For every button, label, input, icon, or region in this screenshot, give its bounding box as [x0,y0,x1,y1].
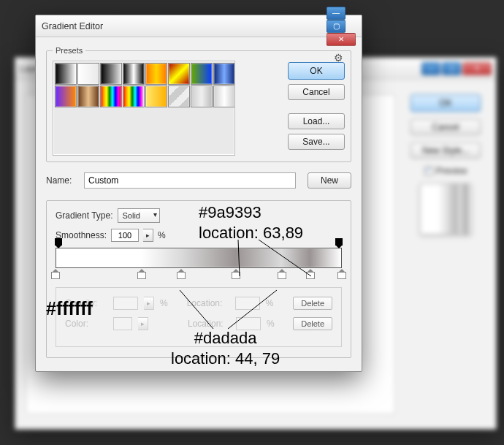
preview-label: Preview [436,166,467,176]
preset-swatch[interactable] [100,63,122,85]
preset-swatch[interactable] [55,63,77,85]
gradient-strip[interactable] [56,248,342,268]
color-stop[interactable] [137,269,147,279]
preset-swatch[interactable] [145,63,167,85]
color-stop[interactable] [50,269,61,279]
preset-swatch[interactable] [77,63,99,85]
gear-icon[interactable]: ⚙ [334,52,343,64]
percent-label: % [267,319,275,329]
dialog-title: Gradient Editor [42,21,327,31]
opacity-label: Opacity: [65,298,107,308]
color-stop[interactable] [231,269,241,279]
preset-swatch[interactable] [168,63,190,85]
close-icon[interactable]: ✕ [462,62,492,75]
back-window-buttons: — ▢ ✕ [421,62,492,75]
smoothness-input[interactable] [111,229,139,242]
close-icon[interactable]: ✕ [327,33,356,46]
ok-button[interactable]: OK [288,62,345,80]
color-label: Color: [65,319,107,329]
back-preview-swatch [420,183,471,235]
color-location-input [236,317,261,330]
opacity-input [113,297,138,310]
window-buttons: — ▢ ✕ [327,7,356,46]
presets-legend: Presets [53,46,85,55]
preset-swatch[interactable] [77,85,99,107]
location-label: Location: [187,298,229,308]
preset-swatch[interactable] [100,85,122,107]
maximize-icon[interactable]: ▢ [442,62,461,75]
back-side-panel: OK Cancel New Style... Preview [405,94,486,414]
opacity-location-input [235,297,260,310]
name-row: Name: New [46,172,351,189]
type-label: Gradient Type: [56,210,113,221]
titlebar[interactable]: Gradient Editor — ▢ ✕ [36,15,362,37]
gradient-field: Gradient Type: Solid Smoothness: ▸ % Opa… [46,200,351,358]
color-stop[interactable] [337,269,347,279]
location-label: Location: [188,319,230,329]
cancel-button[interactable]: Cancel [288,84,345,100]
new-button[interactable]: New [308,172,351,189]
preset-swatch[interactable] [123,63,145,85]
load-button[interactable]: Load... [288,113,345,129]
preset-swatch[interactable] [55,85,77,107]
name-label: Name: [46,175,78,186]
color-stop[interactable] [176,269,186,279]
preset-panel[interactable] [53,61,235,156]
delete-opacity-button[interactable]: Delete [293,297,332,310]
opacity-stepper: ▸ [144,297,154,310]
type-select[interactable]: Solid [118,208,160,223]
opacity-stop[interactable] [335,238,343,247]
minimize-icon[interactable]: — [327,7,345,20]
stops-group: Opacity: ▸ % Location: % Delete Color: ▸… [56,287,342,347]
gradient-strip-wrap [56,248,342,268]
preset-swatch[interactable] [145,85,167,107]
smoothness-stepper[interactable]: ▸ [143,229,153,242]
minimize-icon[interactable]: — [421,62,440,75]
presets-group: Presets ⚙ OK Cancel Load... Save... [46,46,351,162]
maximize-icon[interactable]: ▢ [327,20,345,33]
preset-swatch[interactable] [191,85,213,107]
back-newstyle-button[interactable]: New Style... [411,142,481,159]
color-swatch [113,317,132,330]
save-button[interactable]: Save... [288,134,345,150]
preset-swatch[interactable] [168,85,190,107]
back-ok-button[interactable]: OK [411,94,481,112]
percent-label: % [158,230,166,240]
smoothness-label: Smoothness: [56,230,107,240]
color-stop[interactable] [305,269,316,279]
color-stop[interactable] [277,269,287,279]
delete-color-button[interactable]: Delete [293,317,332,330]
percent-label: % [160,298,168,308]
color-stepper: ▸ [138,317,148,330]
gradient-editor-dialog: Gradient Editor — ▢ ✕ Presets ⚙ OK Cance… [35,15,362,372]
preset-swatch[interactable] [123,85,145,107]
percent-label: % [266,298,274,308]
preset-swatch[interactable] [213,85,235,107]
opacity-stop[interactable] [54,238,63,247]
back-cancel-button[interactable]: Cancel [411,119,481,135]
back-preview-checkbox[interactable]: Preview [424,166,467,176]
preset-swatch[interactable] [191,63,213,85]
preset-swatch[interactable] [213,63,235,85]
name-input[interactable] [84,172,296,189]
